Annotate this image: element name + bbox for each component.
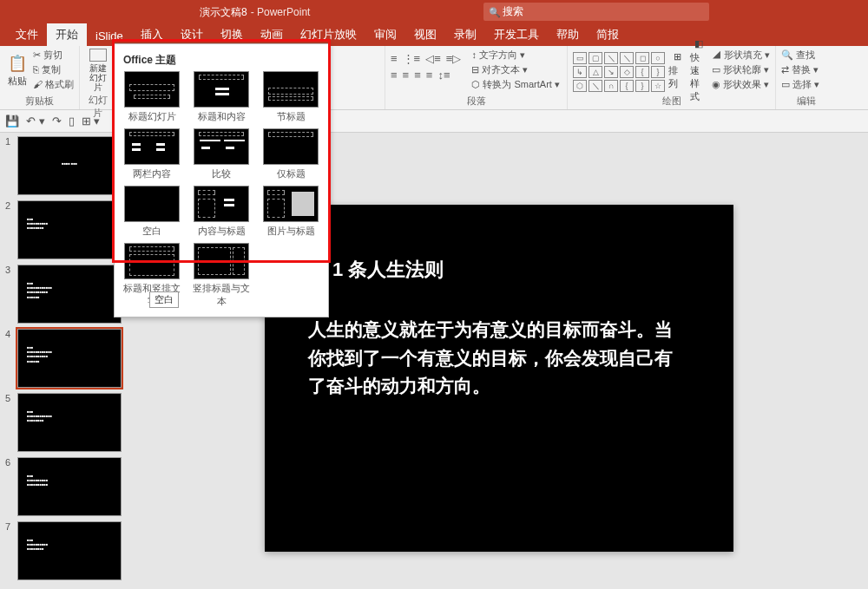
align-left[interactable]: ≡ — [391, 69, 398, 82]
layout-blank[interactable]: 空白 — [122, 186, 182, 238]
tab-record[interactable]: 录制 — [445, 23, 485, 46]
indent-left[interactable]: ◁≡ — [425, 52, 441, 65]
tab-view[interactable]: 视图 — [405, 23, 445, 46]
smartart-button[interactable]: ⬡ 转换为 SmartArt ▾ — [471, 78, 560, 91]
layout-content-caption[interactable]: 内容与标题 — [191, 186, 252, 238]
style-icon: ◧ — [694, 38, 703, 49]
slideshow-button[interactable]: ▯ — [69, 115, 75, 128]
cut-button[interactable]: ✂ 剪切 — [33, 49, 74, 62]
clipboard-icon: 📋 — [8, 54, 27, 73]
tab-help[interactable]: 帮助 — [548, 23, 588, 46]
slide-thumb-5[interactable]: ■■■■■■■■■■■■■■■■■■■■■■■ — [17, 393, 122, 452]
layout-picture-caption[interactable]: 图片与标题 — [260, 186, 321, 238]
paste-button[interactable]: 📋 粘贴 — [5, 49, 30, 92]
select-button[interactable]: ▭ 选择 ▾ — [781, 78, 819, 91]
undo-button[interactable]: ↶ ▾ — [26, 115, 45, 128]
shape-effects-button[interactable]: ◉ 形状效果 ▾ — [712, 78, 770, 91]
slide-thumb-1[interactable]: ■■■■ ■■■ — [17, 136, 122, 195]
quickstyle-button[interactable]: ◧快速样式 — [690, 49, 708, 92]
layout-comparison[interactable]: 比较 — [191, 128, 252, 180]
shapes-gallery[interactable]: ▭▢＼＼◻○ ↳△↘◇{} ⬡＼∩{}☆ — [573, 49, 665, 92]
copy-button[interactable]: ⎘ 复制 — [33, 63, 74, 76]
arrange-icon: ⊞ — [674, 51, 681, 62]
replace-button[interactable]: ⇄ 替换 ▾ — [781, 63, 819, 76]
align-right[interactable]: ≡ — [414, 69, 421, 82]
redo-button[interactable]: ↷ — [52, 115, 62, 128]
group-editing-label: 编辑 — [781, 95, 832, 108]
layout-section-header[interactable]: 节标题 — [260, 71, 321, 123]
layout-title-slide[interactable]: 标题幻灯片 — [122, 71, 182, 123]
layout-title-content[interactable]: 标题和内容 — [191, 71, 252, 123]
layout-vertical-title-text[interactable]: 竖排标题与文本 — [191, 243, 252, 308]
slide-thumb-6[interactable]: ■■■■■■■■■■■■■■■■■■■■■■■ — [17, 457, 122, 516]
align-center[interactable]: ≡ — [403, 69, 410, 82]
title-bar: 演示文稿8 - PowerPoint 🔍 搜索 — [0, 0, 868, 24]
shape-outline-button[interactable]: ▭ 形状轮廓 ▾ — [712, 63, 770, 76]
document-title: 演示文稿8 — [200, 5, 247, 20]
group-paragraph-label: 段落 — [391, 95, 562, 108]
search-icon: 🔍 — [489, 7, 499, 17]
new-slide-icon — [89, 49, 107, 62]
layout-two-content[interactable]: 两栏内容 — [122, 128, 182, 180]
align-justify[interactable]: ≡ — [426, 69, 433, 82]
format-painter-button[interactable]: 🖌 格式刷 — [33, 78, 74, 91]
numbering-button[interactable]: ⋮≡ — [403, 52, 421, 65]
search-box[interactable]: 🔍 搜索 — [483, 3, 709, 21]
new-slide-button[interactable]: 新建 幻灯片 — [85, 49, 110, 92]
slide-thumb-2[interactable]: ■■■■■■■■■■■■■■■■■■■■■ — [17, 200, 122, 259]
shape-fill-button[interactable]: ◢ 形状填充 ▾ — [712, 49, 770, 62]
search-placeholder: 搜索 — [503, 4, 523, 19]
current-slide[interactable]: 第 1 条人生法则 人生的意义就在于为有意义的目标而奋斗。当你找到了一个有意义的… — [265, 205, 733, 552]
tab-developer[interactable]: 开发工具 — [485, 23, 548, 46]
tab-home[interactable]: 开始 — [47, 23, 87, 46]
tab-brief[interactable]: 简报 — [588, 23, 628, 46]
save-button[interactable]: 💾 — [5, 115, 19, 128]
layout-header: Office 主题 — [122, 49, 321, 71]
layout-dropdown: Office 主题 标题幻灯片 标题和内容 节标题 两栏内容 比较 仅标题 空白 — [114, 43, 329, 317]
tab-review[interactable]: 审阅 — [365, 23, 405, 46]
arrange-button[interactable]: ⊞排列 — [668, 49, 687, 92]
slide-thumb-4[interactable]: ■■■■■■■■■■■■■■■■■■■■■■■■■■■■■■■ — [17, 329, 122, 388]
group-slides-label: 幻灯片 — [85, 94, 110, 120]
line-spacing[interactable]: ↕≡ — [437, 69, 450, 82]
group-clipboard-label: 剪贴板 — [5, 95, 74, 108]
align-text-button[interactable]: ⊟ 对齐文本 ▾ — [471, 63, 560, 76]
thumbnail-panel: 1■■■■ ■■■ 2■■■■■■■■■■■■■■■■■■■■■ 3■■■■■■… — [0, 133, 130, 589]
group-drawing-label: 绘图 — [573, 95, 770, 108]
slide-body: 人生的意义就在于为有意义的目标而奋斗。当你找到了一个有意义的目标，你会发现自己有… — [308, 316, 690, 401]
layout-tooltip: 空白 — [149, 291, 179, 308]
tab-file[interactable]: 文件 — [7, 23, 47, 46]
slide-title: 第 1 条人生法则 — [308, 257, 690, 283]
layout-title-only[interactable]: 仅标题 — [260, 128, 321, 180]
find-button[interactable]: 🔍 查找 — [781, 49, 819, 62]
text-direction-button[interactable]: ↕ 文字方向 ▾ — [471, 49, 560, 62]
slide-thumb-7[interactable]: ■■■■■■■■■■■■■■■■■■■■■ — [17, 521, 122, 580]
app-name: - PowerPoint — [251, 6, 311, 18]
slide-thumb-3[interactable]: ■■■■■■■■■■■■■■■■■■■■■■■■■■■■■■■ — [17, 265, 122, 324]
bullets-button[interactable]: ≡ — [391, 52, 398, 65]
indent-right[interactable]: ≡▷ — [446, 52, 462, 65]
